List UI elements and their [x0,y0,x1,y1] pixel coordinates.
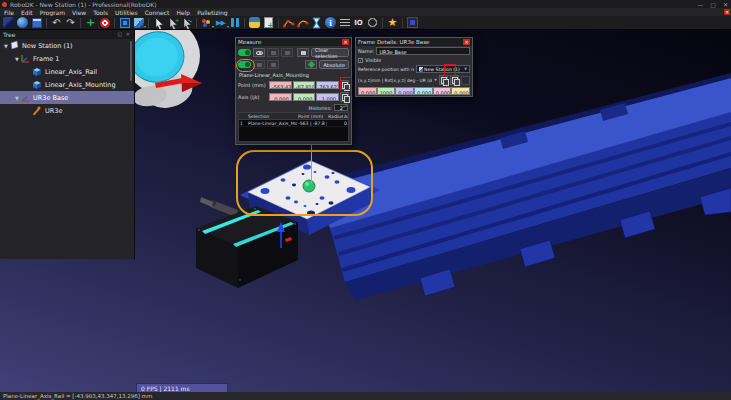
save-icon[interactable] [30,16,43,29]
clear-selection-button[interactable]: Clear selection [311,48,349,57]
pose-ry-field[interactable]: 0.000 [433,87,452,95]
info-icon[interactable]: i [324,16,337,29]
dock-close-icon[interactable]: ✕ [724,9,730,15]
calibration-badge-icon[interactable]: ★ [386,16,399,29]
axis-i-field[interactable]: 0.000 [269,93,292,101]
tree-item-frame1[interactable]: ▼ Frame 1 [0,52,134,65]
visible-checkbox[interactable]: ✓ [358,58,363,63]
select-move-cursor-icon[interactable]: + [166,16,179,29]
menu-connect[interactable]: Connect [145,9,170,16]
menu-tools[interactable]: Tools [93,9,108,16]
copy-pose-button[interactable] [439,75,448,85]
frame-details-titlebar: Frame Details: UR3e Base ✕ [356,38,472,46]
histories-spinner[interactable]: 2 [334,104,348,111]
frame-name-input[interactable]: UR3e Base [376,47,470,55]
close-button[interactable]: ✕ [723,1,728,8]
tree-item-ur3e-base[interactable]: ▼ UR3e Base [0,91,134,104]
tree-item-station[interactable]: ▼ New Station (1) [0,39,134,52]
add-file-icon[interactable] [262,16,275,29]
pose-y-field[interactable]: 1000.000 [377,87,396,95]
disabled-button-1 [267,48,279,57]
fast-simulation-icon[interactable]: ▶▶▾ [214,16,227,29]
menu-palletizing[interactable]: Palletizing [197,9,228,16]
robodk-logo-icon[interactable] [2,16,15,29]
redo-icon[interactable]: ↷ [64,16,77,29]
frame-details-panel: Frame Details: UR3e Base ✕ Name: UR3e Ba… [355,37,473,97]
tree-panel-window-icons[interactable]: ◱ ✕ [117,30,131,39]
toolbar: ↶ ↷ + ▾ + ▾ ▶▶▾ i [0,16,731,30]
visibility-button[interactable] [253,48,265,57]
tree-item-label: Linear_Axis_Mounting [45,81,116,89]
pose-rz-field[interactable]: 0.000 [451,87,470,95]
undo-icon[interactable]: ↶ [50,16,63,29]
tree-item-linear-axis-rail[interactable]: Linear_Axis_Rail [0,65,134,78]
axis-label: Axis (ijk) [238,94,268,100]
maximize-button[interactable]: ▢ [710,1,716,8]
menu-view[interactable]: View [72,9,86,16]
menu-edit[interactable]: Edit [21,9,33,16]
extra-options-button[interactable] [461,76,470,85]
draw-curve-icon[interactable] [296,16,309,29]
col-radius[interactable]: Radius (mm) [327,114,343,119]
frame-details-title: Frame Details: UR3e Base [358,39,429,45]
visible-label: Visible [365,57,381,63]
close-icon[interactable]: ✕ [463,39,470,45]
frame-icon [20,92,31,103]
io-signals-icon[interactable]: IO [352,16,365,29]
tree-scrollbar[interactable] [130,41,132,81]
annotation-red-paste [444,64,456,76]
svg-text:+: + [175,17,179,23]
parameters-icon[interactable] [338,16,351,29]
point-x-field[interactable]: -563.435 [269,81,292,89]
select-measure-cursor-icon[interactable] [180,16,193,29]
add-reference-frame-icon[interactable]: + [84,16,97,29]
reference-mode-button[interactable] [305,60,317,69]
close-icon[interactable]: ✕ [342,39,349,45]
online-library-icon[interactable] [16,16,29,29]
station-tree-panel: Tree ◱ ✕ ▼ New Station (1) ▼ Frame 1 Lin… [0,30,135,259]
col-point[interactable]: Point (mm) [297,114,327,119]
select-cursor-icon[interactable] [152,16,165,29]
draw-path-icon[interactable] [282,16,295,29]
col-selection[interactable]: Selection [247,114,297,119]
col-axis[interactable]: Axis (ijk) [343,114,348,119]
simulation-colors-icon[interactable]: ▾ [200,16,213,29]
pose-rx-field[interactable]: 0.000 [414,87,433,95]
isometric-view-icon[interactable]: ▾ [132,16,145,29]
table-row[interactable]: 1 Plane-Linear_Axis_Mounting -563 | -87.… [239,120,348,127]
connect-icon[interactable] [366,16,379,29]
axis-k-field[interactable]: 1.000 [316,93,339,101]
menu-file[interactable]: File [4,9,14,16]
copy-axis-button[interactable] [340,92,349,102]
axis-j-field[interactable]: 0.000 [293,93,316,101]
add-target-icon[interactable] [98,16,111,29]
pose-format-dropdown[interactable]: [x,y,z]mm | Rot[x,y,z] deg - UR (deg) [358,78,432,83]
measure-toggle-1[interactable] [238,49,251,56]
absolute-button[interactable]: Absolute [319,60,349,69]
tree-item-ur3e[interactable]: UR3e [0,104,134,117]
pose-x-field[interactable]: 0.000 [358,87,377,95]
python-script-icon[interactable] [248,16,261,29]
measure-history-table[interactable]: Selection Point (mm) Radius (mm) Axis (i… [238,112,349,142]
table-header-row: Selection Point (mm) Radius (mm) Axis (i… [239,113,348,120]
minimize-button[interactable]: — [697,1,703,8]
menu-utilities[interactable]: Utilities [115,9,138,16]
menu-program[interactable]: Program [40,9,65,16]
menu-help[interactable]: Help [176,9,190,16]
point-y-field[interactable]: -87.810 [293,81,316,89]
deselect-button[interactable] [297,48,309,57]
reference-dropdown[interactable]: New Station (1) ▼ [416,65,470,73]
hourglass-icon[interactable] [310,16,323,29]
fit-all-icon[interactable] [118,16,131,29]
paste-pose-button[interactable] [450,75,459,85]
pose-z-field[interactable]: 0.000 [395,87,414,95]
station-icon [419,67,423,72]
point-z-field[interactable]: 763.622 [316,81,339,89]
measure-panel-titlebar: Measure ✕ [236,38,351,46]
app-icon [2,2,7,7]
pause-icon[interactable] [228,16,241,29]
monitor-process-icon[interactable] [406,16,419,29]
green-diamond-icon [308,61,315,68]
tree-item-label: Linear_Axis_Rail [45,68,97,76]
tree-item-linear-axis-mounting[interactable]: Linear_Axis_Mounting [0,78,134,91]
